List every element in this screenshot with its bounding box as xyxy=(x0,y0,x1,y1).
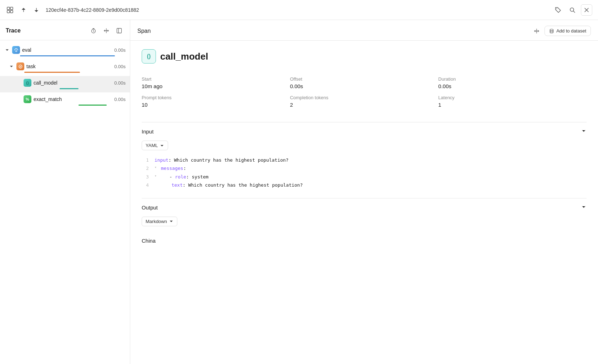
svg-point-10 xyxy=(550,29,553,30)
svg-rect-1 xyxy=(10,7,13,10)
eval-label: eval xyxy=(22,47,112,53)
back-arrow[interactable] xyxy=(19,5,29,15)
chevron-down-icon xyxy=(4,47,10,53)
task-label: task xyxy=(26,64,112,69)
duration-label: Duration xyxy=(438,76,587,82)
tree-item-task[interactable]: task 0.00s xyxy=(0,60,130,76)
output-content: China xyxy=(142,232,587,249)
output-section: Output Markdown China xyxy=(142,198,587,249)
exact-match-icon: % xyxy=(24,95,31,103)
collapse-icon-3[interactable]: ▾ xyxy=(154,173,157,179)
svg-point-4 xyxy=(557,8,557,9)
yaml-format-selector[interactable]: YAML xyxy=(142,141,168,150)
input-title: Input xyxy=(142,128,581,135)
top-bar-actions xyxy=(552,4,592,16)
tag-icon[interactable] xyxy=(552,4,564,16)
eval-icon xyxy=(12,46,20,54)
stat-duration: Duration 0.00s xyxy=(438,74,587,92)
span-section-title: Span xyxy=(137,28,532,34)
offset-value: 0.00s xyxy=(290,83,439,89)
svg-point-8 xyxy=(16,50,16,50)
duration-value: 0.00s xyxy=(438,83,587,89)
timer-icon[interactable] xyxy=(88,26,98,36)
left-header-actions xyxy=(88,26,124,36)
svg-rect-0 xyxy=(7,7,10,10)
format-label: YAML xyxy=(146,143,158,148)
database-icon xyxy=(549,29,554,34)
top-bar: 120ecf4e-837b-4c22-8809-2e9d00c81882 xyxy=(0,0,598,20)
eval-time: 0.00s xyxy=(114,47,126,53)
expand-panel-icon[interactable] xyxy=(532,26,542,36)
task-time: 0.00s xyxy=(114,64,126,69)
call-model-label: call_model xyxy=(34,80,112,86)
completion-tokens-label: Completion tokens xyxy=(290,95,439,100)
output-format-chevron-icon xyxy=(169,219,173,223)
search-icon[interactable] xyxy=(567,4,578,16)
exact-match-bar xyxy=(78,105,107,106)
left-panel-title: Trace xyxy=(6,27,88,34)
eval-bar xyxy=(20,55,115,56)
svg-rect-7 xyxy=(117,29,122,33)
output-chevron-icon xyxy=(581,204,587,211)
tree-item-exact-match[interactable]: › % exact_match 0.00s xyxy=(0,92,130,109)
code-line-3: 3 ▾ - role: system xyxy=(142,173,587,181)
start-label: Start xyxy=(142,76,290,82)
call-model-icon: () xyxy=(24,79,31,87)
right-header: Span Add to dataset xyxy=(130,20,598,41)
markdown-format-selector[interactable]: Markdown xyxy=(142,217,177,226)
call-model-time: 0.00s xyxy=(114,80,126,86)
latency-label: Latency xyxy=(438,95,587,100)
svg-rect-2 xyxy=(7,10,10,13)
add-to-dataset-button[interactable]: Add to dataset xyxy=(544,26,591,36)
trace-tree: eval 0.00s xyxy=(0,40,130,364)
task-icon xyxy=(16,62,24,70)
layout-icon[interactable] xyxy=(114,26,124,36)
right-header-actions: Add to dataset xyxy=(532,26,591,36)
code-line-2: 2 ▾ messages: xyxy=(142,164,587,172)
output-title: Output xyxy=(142,204,581,211)
offset-label: Offset xyxy=(290,76,439,82)
stat-prompt-tokens: Prompt tokens 10 xyxy=(142,92,290,111)
nav-arrows xyxy=(19,5,41,15)
prompt-tokens-value: 10 xyxy=(142,102,290,108)
exact-match-label: exact_match xyxy=(34,96,112,102)
stats-grid: Start 10m ago Offset 0.00s Duration 0.00… xyxy=(142,74,587,111)
code-line-1: 1 input: Which country has the highest p… xyxy=(142,156,587,164)
stat-offset: Offset 0.00s xyxy=(290,74,439,92)
output-section-header[interactable]: Output xyxy=(142,198,587,217)
span-title: () call_model xyxy=(142,49,587,64)
svg-rect-3 xyxy=(10,10,13,13)
chevron-down-icon xyxy=(9,64,14,69)
collapse-icon-2[interactable]: ▾ xyxy=(154,164,157,171)
stat-latency: Latency 1 xyxy=(438,92,587,111)
code-line-4: 4 text: Which country has the highest po… xyxy=(142,181,587,189)
start-value: 10m ago xyxy=(142,83,290,89)
close-button[interactable] xyxy=(581,4,592,16)
span-type-icon: () xyxy=(142,49,156,64)
left-panel: Trace xyxy=(0,20,130,364)
window-icon[interactable] xyxy=(6,6,14,14)
add-to-dataset-label: Add to dataset xyxy=(556,28,586,34)
input-chevron-icon xyxy=(581,128,587,135)
right-panel: Span Add to dataset xyxy=(130,20,598,364)
expand-icon[interactable] xyxy=(101,26,111,36)
output-format-label: Markdown xyxy=(146,219,167,224)
format-chevron-icon xyxy=(160,143,164,148)
completion-tokens-value: 2 xyxy=(290,102,439,108)
tree-item-call-model[interactable]: › () call_model 0.00s xyxy=(0,76,130,92)
main-layout: Trace xyxy=(0,20,598,364)
task-bar xyxy=(24,72,80,73)
input-section-header[interactable]: Input xyxy=(142,122,587,141)
input-section: Input YAML 1 input: Which country has th… xyxy=(142,122,587,189)
output-text: China xyxy=(142,238,156,244)
forward-arrow[interactable] xyxy=(31,5,41,15)
stat-start: Start 10m ago xyxy=(142,74,290,92)
left-header: Trace xyxy=(0,20,130,40)
exact-match-time: 0.00s xyxy=(114,97,126,102)
trace-id: 120ecf4e-837b-4c22-8809-2e9d00c81882 xyxy=(46,7,548,13)
latency-value: 1 xyxy=(438,102,587,108)
span-name: call_model xyxy=(160,51,208,62)
prompt-tokens-label: Prompt tokens xyxy=(142,95,290,100)
tree-item-eval[interactable]: eval 0.00s xyxy=(0,43,130,60)
call-model-bar xyxy=(60,88,78,89)
